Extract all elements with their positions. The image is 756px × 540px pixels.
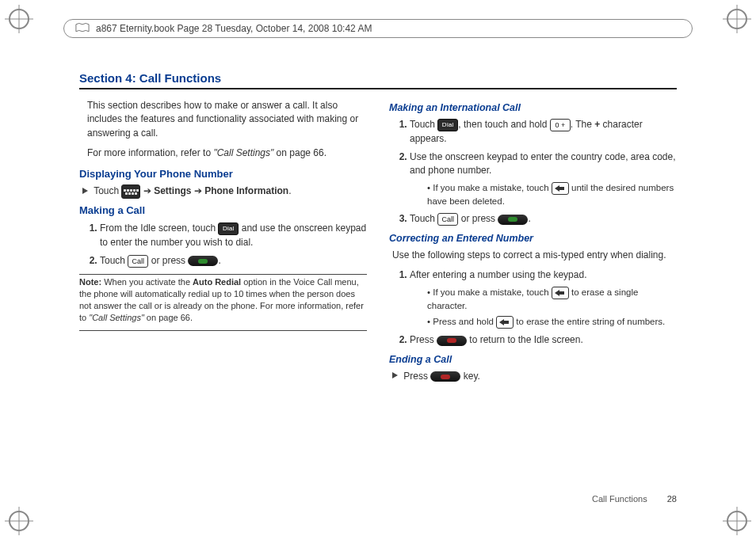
backspace-icon (496, 316, 514, 329)
intl-sub-bullet: If you make a mistake, touch until the d… (427, 181, 677, 208)
ending-step: Press key. (392, 370, 677, 383)
text: or press (461, 213, 498, 224)
correct-sub-1: If you make a mistake, touch to erase a … (427, 286, 677, 313)
text: From the Idle screen, touch (100, 222, 218, 234)
correct-intro: Use the following steps to correct a mis… (392, 249, 677, 262)
reference-link: "Call Settings" (89, 313, 144, 322)
text: Press and hold (433, 317, 496, 326)
zero-plus-key-icon: 0 + (550, 119, 571, 131)
text: For more information, refer to (87, 147, 213, 158)
text: Use the onscreen keypad to enter the cou… (410, 151, 676, 176)
text: If you make a mistake, touch (433, 287, 552, 297)
text: Touch (410, 119, 437, 130)
title-rule (79, 88, 677, 89)
correct-steps: After entering a number using the keypad… (410, 268, 677, 347)
heading-international-call: Making an International Call (389, 101, 677, 115)
text: Press (403, 371, 430, 382)
book-icon (75, 23, 90, 34)
heading-correcting: Correcting an Entered Number (389, 231, 677, 245)
crop-mark-tl (5, 5, 33, 33)
note-label: Note: (79, 277, 101, 287)
send-key-icon (188, 256, 218, 266)
text: . The (571, 119, 594, 130)
page-footer: Call Functions 28 (592, 494, 677, 504)
display-step: Touch ➔ Settings ➔ Phone Information. (82, 184, 367, 199)
heading-display-number: Displaying Your Phone Number (79, 167, 367, 182)
correct-sub-2: Press and hold to erase the entire strin… (427, 315, 677, 329)
settings-label: Settings (154, 186, 191, 197)
correct-step-2: Press to return to the Idle screen. (410, 333, 677, 347)
intl-step-3: Touch Call or press . (410, 212, 677, 226)
backspace-icon (552, 287, 569, 299)
dial-icon: Dial (437, 119, 458, 131)
note-rule-top (79, 274, 367, 275)
text: Touch (100, 255, 128, 266)
left-column: This section describes how to make or an… (79, 96, 367, 388)
crop-mark-tr (723, 5, 751, 33)
making-call-steps: From the Idle screen, touch Dial and use… (100, 222, 367, 268)
text: on page 66. (273, 147, 326, 158)
intro-paragraph-1: This section describes how to make or an… (87, 99, 367, 140)
triangle-bullet-icon (392, 372, 398, 378)
call-button-icon: Call (437, 213, 458, 226)
note-rule-bottom (79, 330, 367, 331)
step-2: Touch Call or press . (100, 254, 367, 268)
text: Press (410, 334, 437, 345)
text: ➔ (194, 186, 204, 197)
text: , then touch and hold (458, 119, 549, 130)
framemaker-header: a867 Eternity.book Page 28 Tuesday, Octo… (63, 19, 693, 38)
text: to return to the Idle screen. (469, 334, 582, 345)
text: to erase the entire string of numbers. (516, 317, 665, 326)
step-1: From the Idle screen, touch Dial and use… (100, 222, 367, 249)
crop-mark-bl (5, 507, 33, 535)
heading-making-call: Making a Call (79, 203, 367, 219)
end-key-icon (430, 371, 460, 382)
triangle-bullet-icon (82, 188, 88, 194)
intro-paragraph-2: For more information, refer to "Call Set… (87, 146, 367, 160)
send-key-icon (498, 215, 528, 225)
text: After entering a number using the keypad… (410, 269, 586, 280)
text: ➔ (143, 186, 154, 197)
footer-section-label: Call Functions (592, 494, 647, 504)
text: If you make a mistake, touch (433, 183, 552, 192)
section-title: Section 4: Call Functions (79, 71, 677, 85)
text: or press (151, 255, 189, 266)
note-block: Note: When you activate the Auto Redial … (79, 276, 367, 323)
text: Touch (94, 186, 121, 197)
text: on page 66. (144, 313, 193, 322)
reference-link: "Call Settings" (213, 147, 273, 158)
heading-ending-call: Ending a Call (389, 352, 677, 367)
intl-steps: Touch Dial, then touch and hold 0 +. The… (410, 118, 677, 226)
header-text: a867 Eternity.book Page 28 Tuesday, Octo… (96, 23, 372, 34)
auto-redial-label: Auto Redial (193, 277, 241, 287)
phone-info-label: Phone Information (204, 186, 288, 197)
page-content: Section 4: Call Functions This section d… (79, 71, 677, 492)
end-key-icon (437, 336, 467, 346)
backspace-icon (552, 182, 569, 195)
crop-mark-br (723, 507, 751, 535)
correct-step-1: After entering a number using the keypad… (410, 268, 677, 329)
text: Touch (410, 213, 437, 224)
text: key. (464, 371, 480, 382)
text: When you activate the (101, 277, 193, 287)
call-button-icon: Call (128, 255, 148, 268)
intl-step-1: Touch Dial, then touch and hold 0 +. The… (410, 118, 677, 146)
dial-icon: Dial (218, 222, 239, 235)
menu-grid-icon (121, 184, 140, 199)
right-column: Making an International Call Touch Dial,… (389, 96, 677, 388)
footer-page-number: 28 (667, 494, 677, 504)
intl-step-2: Use the onscreen keypad to enter the cou… (410, 150, 677, 207)
